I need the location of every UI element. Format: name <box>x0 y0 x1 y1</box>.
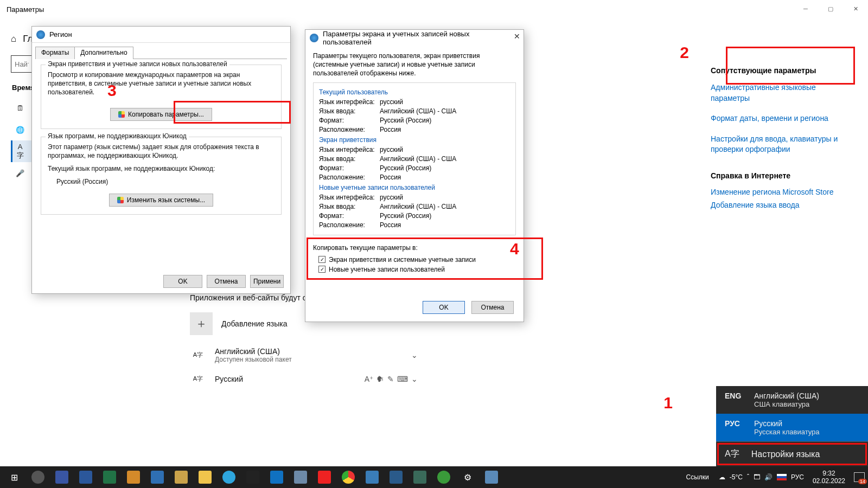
globe-icon: 🌐 <box>15 126 25 134</box>
lang-name: Английский (США) <box>215 347 292 356</box>
taskbar-app-control-panel[interactable] <box>480 466 503 488</box>
start-button[interactable]: ⊞ <box>2 466 26 488</box>
language-item-russian[interactable]: A字 Русский A⁺ 🗣 ✎ ⌨ ⌄ <box>190 371 418 387</box>
section-new-accounts: Новые учетные записи пользователей <box>314 183 515 194</box>
label: Язык интерфейса: <box>319 146 380 153</box>
battery-icon[interactable]: 🗔 <box>754 473 760 481</box>
weather-temp[interactable]: -5°C <box>730 473 743 481</box>
lang-name: Русский <box>754 419 782 428</box>
lang-icon: A字 <box>190 347 206 363</box>
lang-sub: Доступен языковой пакет <box>215 356 292 363</box>
close-button[interactable]: ✕ <box>843 0 868 17</box>
value: русский <box>380 146 403 153</box>
help-heading: Справка в Интернете <box>711 171 852 180</box>
language-switcher-popup: ENG Английский (США)США клавиатура РУС Р… <box>716 386 868 466</box>
value: Россия <box>380 126 401 133</box>
settings-panel: Текущий пользователь Язык интерфейса:рус… <box>313 82 516 235</box>
section-current-user: Текущий пользователь <box>314 87 515 98</box>
taskbar-links[interactable]: Ссылки <box>686 473 709 481</box>
apply-button[interactable]: Примени <box>250 275 284 288</box>
taskbar-app-utorrent[interactable] <box>432 466 456 488</box>
date-format-link[interactable]: Формат даты, времени и региона <box>711 113 852 124</box>
minimize-button[interactable]: ─ <box>793 0 818 17</box>
taskbar-app-anydesk[interactable] <box>312 466 336 488</box>
dialog-icon <box>310 34 318 42</box>
add-input-lang-link[interactable]: Добавление языка ввода <box>711 201 852 209</box>
related-heading: Сопутствующие параметры <box>711 66 852 75</box>
volume-icon[interactable]: 🔊 <box>764 473 773 481</box>
taskbar-clock[interactable]: 9:32 02.02.2022 <box>808 470 850 485</box>
flag-icon[interactable] <box>777 474 787 480</box>
taskbar-app-notes[interactable] <box>169 466 193 488</box>
value: русский <box>380 194 403 201</box>
cancel-button[interactable]: Отмена <box>207 275 246 288</box>
settings-titlebar: Параметры <box>0 0 868 18</box>
taskbar-app-snip[interactable] <box>289 466 312 488</box>
taskbar-app-explorer[interactable] <box>193 466 217 488</box>
value: русский <box>380 98 403 106</box>
tab-administrative[interactable]: Дополнительно <box>74 47 133 59</box>
taskbar-app-wireshark[interactable] <box>408 466 432 488</box>
lang-name: Русский <box>215 375 243 383</box>
value: Английский (США) - США <box>380 203 456 210</box>
change-system-locale-button[interactable]: Изменить язык системы... <box>109 194 213 207</box>
taskbar-app-paint[interactable] <box>122 466 145 488</box>
section-welcome-screen: Экран приветствия <box>314 135 515 146</box>
shield-icon <box>118 111 125 118</box>
taskbar-app-telegram[interactable] <box>217 466 241 488</box>
language-preferences-button[interactable]: A字 Настройки языка <box>716 441 868 466</box>
taskbar-app-outlook[interactable] <box>265 466 289 488</box>
calendar-icon: 🗓 <box>15 104 25 112</box>
system-locale-group: Язык программ, не поддерживающих Юникод … <box>41 137 282 215</box>
copy-settings-group: Копировать текущие параметры в: ✓Экран п… <box>313 244 516 274</box>
value: Русский (Россия) <box>380 117 431 124</box>
chevron-down-icon: ⌄ <box>411 375 418 383</box>
store-region-link[interactable]: Изменение региона Microsoft Store <box>711 188 852 196</box>
taskbar-app-settings[interactable]: ⚙ <box>456 466 480 488</box>
label: Расположение: <box>319 174 380 181</box>
input-indicator[interactable]: РУС <box>791 473 804 481</box>
lang-code: ENG <box>725 391 744 400</box>
value: Английский (США) - США <box>380 155 456 163</box>
weather-icon: ☁ <box>719 473 725 481</box>
taskbar-app-yandex[interactable] <box>26 466 50 488</box>
value: Россия <box>380 174 401 181</box>
maximize-button[interactable]: ▢ <box>818 0 843 17</box>
ok-button[interactable]: OK <box>163 275 202 288</box>
welcome-accounts-group: Экран приветствия и учетные записи новых… <box>41 65 282 129</box>
taskbar-app-word[interactable] <box>74 466 98 488</box>
lang-option-russian[interactable]: РУС РусскийРусская клавиатура <box>716 414 868 441</box>
taskbar-app-terminal[interactable] <box>241 466 265 488</box>
label: Расположение: <box>319 126 380 133</box>
tab-formats[interactable]: Форматы <box>35 47 75 59</box>
dialog-footer: OK Отмена Примени <box>163 275 284 288</box>
cancel-button[interactable]: Отмена <box>471 301 514 314</box>
lang-icon: A字 <box>15 143 25 160</box>
taskbar: ⊞ ⚙ Ссылки ☁ -5°C ˆ � <box>0 466 868 488</box>
dialog-footer: OK Отмена <box>423 301 514 314</box>
taskbar-app-chrome[interactable] <box>336 466 360 488</box>
input-settings-link[interactable]: Настройки для ввода, клавиатуры и провер… <box>711 134 852 155</box>
taskbar-app-rdp[interactable] <box>360 466 384 488</box>
region-dialog: Регион Форматы Дополнительно Экран приве… <box>31 26 291 294</box>
search-input[interactable] <box>11 55 33 73</box>
lang-option-english[interactable]: ENG Английский (США)США клавиатура <box>716 386 868 414</box>
taskbar-app-excel[interactable] <box>98 466 122 488</box>
language-item-english[interactable]: A字 Английский (США) Доступен языковой па… <box>190 347 418 363</box>
group-desc: Просмотр и копирование международных пар… <box>48 70 275 97</box>
group-legend: Язык программ, не поддерживающих Юникод <box>46 132 189 140</box>
action-center-icon[interactable]: 14 <box>854 472 865 482</box>
taskbar-app-calc[interactable] <box>145 466 169 488</box>
copy-settings-button[interactable]: Копировать параметры... <box>110 108 212 121</box>
close-icon[interactable]: ✕ <box>514 32 520 41</box>
admin-lang-link[interactable]: Административные языковые параметры <box>711 82 852 104</box>
ok-button[interactable]: OK <box>423 301 465 314</box>
dialog-title: Регион <box>49 30 72 38</box>
label: Язык интерфейса: <box>319 194 380 201</box>
tray-chevron-icon[interactable]: ˆ <box>747 473 749 481</box>
taskbar-app-visio[interactable] <box>50 466 74 488</box>
taskbar-app-vbox[interactable] <box>384 466 408 488</box>
related-settings-panel: Сопутствующие параметры Административные… <box>711 35 852 214</box>
annotation-highlight <box>307 237 543 280</box>
dialog-titlebar: Параметры экрана и учетных записей новых… <box>305 30 524 46</box>
